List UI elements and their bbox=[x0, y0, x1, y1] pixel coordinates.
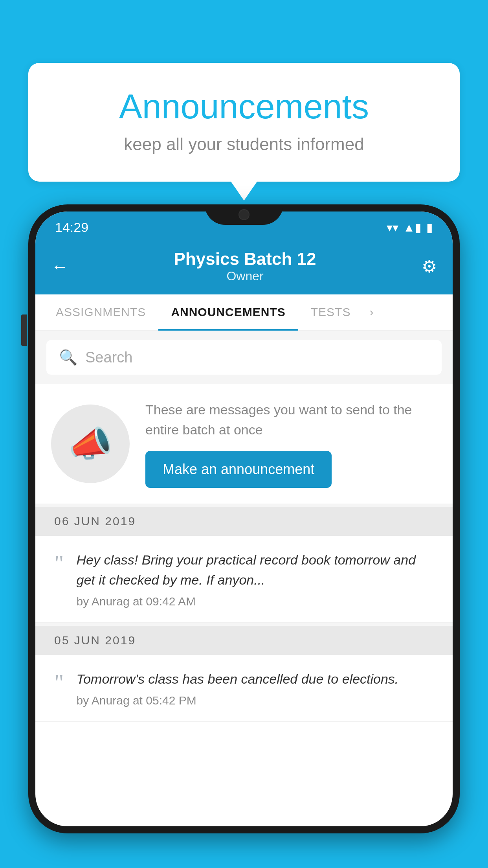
status-time: 14:29 bbox=[55, 220, 88, 235]
announcement-description: These are messages you want to send to t… bbox=[145, 400, 437, 440]
announcement-content-1: Hey class! Bring your practical record b… bbox=[77, 550, 434, 608]
make-announcement-button[interactable]: Make an announcement bbox=[145, 451, 332, 488]
announcement-meta-2: by Anurag at 05:42 PM bbox=[77, 694, 434, 707]
notch-camera bbox=[238, 209, 250, 220]
battery-icon: ▮ bbox=[426, 221, 433, 234]
date-separator-1: 06 JUN 2019 bbox=[35, 507, 453, 536]
phone-frame: 14:29 ▾▾ ▲▮ ▮ ← Physics Batch 12 Owner ⚙… bbox=[28, 204, 460, 833]
header-title: Physics Batch 12 bbox=[68, 249, 422, 269]
phone-screen: 14:29 ▾▾ ▲▮ ▮ ← Physics Batch 12 Owner ⚙… bbox=[35, 211, 453, 826]
announcement-content-2: Tomorrow's class has been cancelled due … bbox=[77, 669, 434, 707]
speech-bubble-section: Announcements keep all your students inf… bbox=[28, 63, 460, 182]
phone-mockup: 14:29 ▾▾ ▲▮ ▮ ← Physics Batch 12 Owner ⚙… bbox=[28, 204, 460, 868]
search-icon: 🔍 bbox=[59, 349, 77, 366]
phone-notch bbox=[205, 204, 283, 225]
tab-assignments[interactable]: ASSIGNMENTS bbox=[43, 294, 158, 330]
date-separator-2: 05 JUN 2019 bbox=[35, 626, 453, 655]
announcement-prompt-card: 📣 These are messages you want to send to… bbox=[35, 384, 453, 504]
tab-more[interactable]: › bbox=[363, 294, 380, 330]
status-icons: ▾▾ ▲▮ ▮ bbox=[387, 221, 433, 234]
megaphone-icon: 📣 bbox=[68, 423, 112, 465]
search-placeholder: Search bbox=[85, 349, 132, 366]
speech-bubble-title: Announcements bbox=[60, 86, 428, 127]
speech-bubble-subtitle: keep all your students informed bbox=[60, 134, 428, 154]
tab-announcements[interactable]: ANNOUNCEMENTS bbox=[158, 294, 298, 330]
app-header: ← Physics Batch 12 Owner ⚙ bbox=[35, 240, 453, 294]
gear-icon[interactable]: ⚙ bbox=[422, 256, 437, 276]
announcement-item-1: " Hey class! Bring your practical record… bbox=[35, 536, 453, 623]
wifi-icon: ▾▾ bbox=[387, 221, 398, 234]
announcement-item-2: " Tomorrow's class has been cancelled du… bbox=[35, 655, 453, 722]
announcement-text-2: Tomorrow's class has been cancelled due … bbox=[77, 669, 434, 689]
quote-icon-1: " bbox=[54, 552, 64, 575]
megaphone-circle: 📣 bbox=[51, 405, 130, 483]
header-subtitle: Owner bbox=[68, 269, 422, 283]
tab-tests[interactable]: TESTS bbox=[298, 294, 363, 330]
announcement-right: These are messages you want to send to t… bbox=[145, 400, 437, 488]
speech-bubble: Announcements keep all your students inf… bbox=[28, 63, 460, 182]
signal-icon: ▲▮ bbox=[403, 221, 422, 234]
back-button[interactable]: ← bbox=[51, 257, 68, 276]
content-area: 🔍 Search 📣 These are messages you want t… bbox=[35, 331, 453, 722]
quote-icon-2: " bbox=[54, 671, 64, 694]
announcement-text-1: Hey class! Bring your practical record b… bbox=[77, 550, 434, 590]
announcement-meta-1: by Anurag at 09:42 AM bbox=[77, 595, 434, 608]
header-title-area: Physics Batch 12 Owner bbox=[68, 249, 422, 283]
tabs-bar: ASSIGNMENTS ANNOUNCEMENTS TESTS › bbox=[35, 294, 453, 331]
search-bar[interactable]: 🔍 Search bbox=[46, 340, 442, 375]
